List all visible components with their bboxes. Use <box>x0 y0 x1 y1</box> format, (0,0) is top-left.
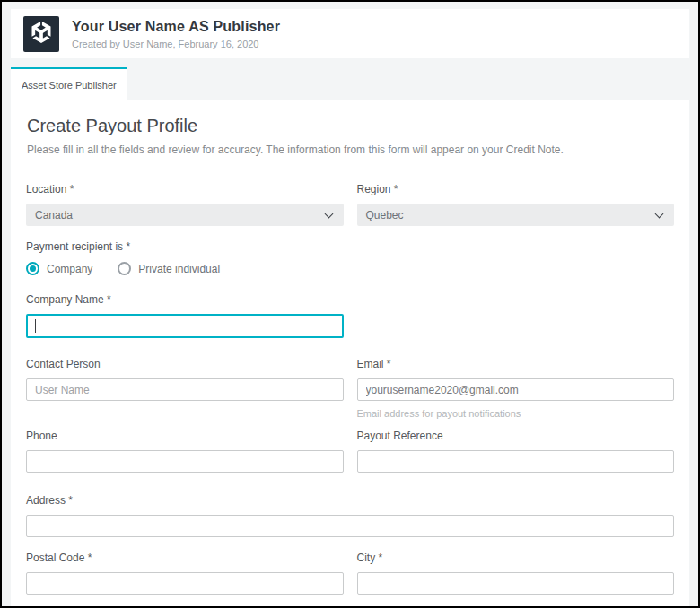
unity-logo <box>23 16 59 52</box>
chevron-down-icon <box>324 210 333 219</box>
phone-input[interactable] <box>26 450 344 473</box>
header-text: Your User Name AS Publisher Created by U… <box>72 19 280 49</box>
postal-code-label: Postal Code * <box>26 552 344 564</box>
email-label: Email * <box>357 358 675 370</box>
recipient-label: Payment recipient is * <box>26 240 674 253</box>
payout-reference-input[interactable] <box>357 450 675 473</box>
address-input[interactable] <box>26 515 674 537</box>
tab-asset-store-publisher[interactable]: Asset Store Publisher <box>11 67 127 100</box>
tab-label: Asset Store Publisher <box>22 80 117 91</box>
radio-private-individual-label: Private individual <box>138 263 220 275</box>
payout-reference-label: Payout Reference <box>357 430 675 442</box>
company-name-input[interactable] <box>26 314 344 338</box>
location-label: Location * <box>26 183 344 195</box>
company-name-label: Company Name * <box>26 293 344 306</box>
email-input[interactable] <box>357 378 675 401</box>
address-label: Address * <box>26 494 674 507</box>
region-label: Region * <box>357 183 675 195</box>
row-location-region: Location * Canada Region * Quebec <box>26 183 674 226</box>
recipient-radio-group: Company Private individual <box>26 261 674 275</box>
row-company-name: Company Name * <box>26 293 674 338</box>
unity-icon <box>31 22 52 47</box>
region-value: Quebec <box>366 209 404 221</box>
tab-strip: Asset Store Publisher <box>11 67 689 100</box>
publisher-title: Your User Name AS Publisher <box>72 19 280 35</box>
page-subtitle: Please fill in all the fields and review… <box>27 143 673 156</box>
contact-person-label: Contact Person <box>26 358 344 370</box>
app-window: Your User Name AS Publisher Created by U… <box>0 0 700 608</box>
radio-icon <box>118 262 131 275</box>
radio-private-individual[interactable]: Private individual <box>118 262 220 275</box>
row-contact-email: Contact Person Email * Email address for… <box>26 358 674 419</box>
row-address: Address * <box>26 494 674 537</box>
radio-icon <box>26 262 39 275</box>
row-postal-city: Postal Code * City * <box>26 552 674 595</box>
radio-company-label: Company <box>47 263 92 275</box>
contact-person-input[interactable] <box>26 378 344 401</box>
payout-profile-card: Create Payout Profile Please fill in all… <box>11 100 689 608</box>
row-phone-reference: Phone Payout Reference <box>26 430 674 473</box>
location-value: Canada <box>35 209 73 221</box>
publisher-subtitle: Created by User Name, February 16, 2020 <box>72 39 280 49</box>
radio-company[interactable]: Company <box>26 262 92 275</box>
region-select[interactable]: Quebec <box>357 204 675 226</box>
city-input[interactable] <box>357 572 675 595</box>
page-title: Create Payout Profile <box>27 116 673 136</box>
payout-form: Location * Canada Region * Quebec Payme <box>11 169 689 595</box>
city-label: City * <box>357 552 675 564</box>
content-head: Create Payout Profile Please fill in all… <box>11 100 689 169</box>
postal-code-input[interactable] <box>26 572 344 595</box>
email-hint: Email address for payout notifications <box>357 408 675 419</box>
text-cursor <box>35 319 36 333</box>
phone-label: Phone <box>26 430 344 442</box>
chevron-down-icon <box>655 210 664 219</box>
publisher-header: Your User Name AS Publisher Created by U… <box>11 9 689 58</box>
location-select[interactable]: Canada <box>26 204 344 226</box>
row-recipient: Payment recipient is * Company Private i… <box>26 240 674 275</box>
